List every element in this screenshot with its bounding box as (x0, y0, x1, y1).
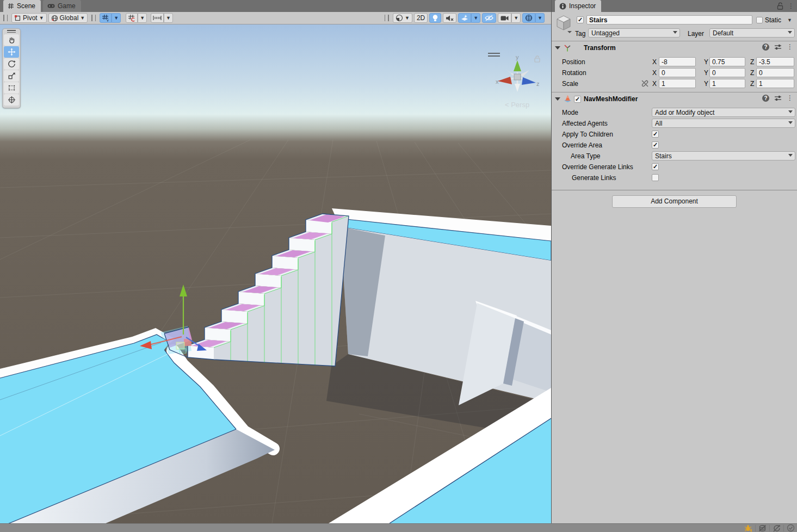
camera-settings-dropdown[interactable]: ▼ (511, 13, 521, 23)
rotation-x-field[interactable]: 0 (659, 68, 696, 77)
kebab-menu-icon[interactable]: ⋮ (787, 44, 793, 51)
generate-links-checkbox[interactable] (652, 174, 659, 181)
rotation-label: Rotation (562, 69, 586, 77)
2d-toggle-button[interactable]: 2D (414, 13, 428, 23)
snap-icon (128, 14, 135, 22)
scale-z-field[interactable]: 1 (756, 79, 794, 88)
progress-check-icon[interactable] (787, 524, 795, 532)
unlock-icon[interactable] (777, 2, 783, 10)
scene-viewport[interactable]: y x z < Persp (0, 24, 551, 523)
gizmo-center-cube[interactable] (514, 74, 521, 80)
transform-component-icon (563, 44, 572, 52)
static-label: Static (765, 16, 781, 24)
grid-icon (8, 3, 14, 9)
gizmos-dropdown[interactable]: ▼ (535, 13, 545, 23)
kebab-menu-icon[interactable]: ⋮ (788, 3, 794, 10)
gizmo-plane-handle[interactable] (176, 342, 184, 349)
axis-x-label: x (496, 78, 499, 85)
light-icon (432, 14, 438, 22)
mode-dropdown[interactable]: Add or Modify object (652, 108, 795, 117)
grid-visibility-button[interactable]: Y (100, 13, 112, 23)
affected-agents-dropdown[interactable]: All (652, 119, 795, 128)
position-y-field[interactable]: 0.75 (709, 57, 745, 66)
tab-game[interactable]: Game (43, 0, 81, 12)
draw-mode-button[interactable]: ▼ (393, 13, 412, 23)
tag-dropdown[interactable]: Untagged (588, 28, 680, 38)
shaded-view-icon (396, 14, 403, 22)
kebab-menu-icon[interactable]: ⋮ (787, 95, 793, 102)
tab-inspector[interactable]: Inspector (555, 0, 601, 12)
scene-audio-button[interactable] (443, 13, 456, 23)
rotation-z-field[interactable]: 0 (756, 68, 794, 77)
override-generate-links-checkbox[interactable]: ✓ (652, 163, 659, 170)
scale-x-field[interactable]: 1 (659, 79, 696, 88)
toolbar-drag-handle[interactable] (3, 15, 8, 21)
tools-drag-handle[interactable] (3, 29, 20, 34)
layer-value: Default (713, 29, 733, 37)
2d-label: 2D (417, 14, 425, 22)
camera-settings-button[interactable] (498, 13, 511, 23)
hand-icon (8, 36, 16, 44)
snap-increment-dropdown[interactable]: ▼ (138, 13, 147, 23)
tab-scene[interactable]: Scene (3, 0, 41, 12)
override-area-checkbox[interactable]: ✓ (652, 141, 659, 149)
gameobject-name-field[interactable]: Stairs (586, 15, 752, 24)
effects-button[interactable] (458, 13, 471, 23)
axis-z-label: z (536, 81, 540, 87)
effects-dropdown[interactable]: ▼ (471, 13, 480, 23)
pivot-icon (14, 15, 21, 22)
area-type-dropdown[interactable]: Stairs (652, 151, 795, 160)
collab-refresh-icon[interactable] (773, 524, 781, 532)
scale-y-field[interactable]: 1 (709, 79, 745, 88)
position-z-field[interactable]: -3.5 (756, 57, 794, 66)
add-component-button[interactable]: Add Component (612, 195, 737, 208)
constrain-proportions-icon[interactable] (641, 79, 649, 88)
ruler-button[interactable] (151, 13, 164, 23)
hand-tool-button[interactable] (4, 34, 19, 46)
navmeshmodifier-enabled-checkbox[interactable]: ✓ (574, 96, 581, 103)
rotation-y-field[interactable]: 0 (709, 68, 745, 77)
transform-tool-button[interactable] (4, 94, 19, 106)
help-icon[interactable]: ? (762, 95, 769, 102)
cache-server-icon[interactable] (758, 524, 767, 532)
transform-foldout[interactable] (555, 46, 560, 50)
static-checkbox[interactable] (756, 17, 763, 23)
position-x-field[interactable]: -8 (659, 57, 696, 66)
rotate-tool-button[interactable] (4, 58, 19, 70)
grid-visibility-dropdown[interactable]: ▼ (112, 13, 121, 23)
apply-to-children-checkbox[interactable]: ✓ (652, 131, 659, 138)
toolbar-drag-handle[interactable] (91, 15, 96, 21)
gameobject-cube-icon[interactable] (555, 15, 572, 33)
layer-dropdown[interactable]: Default (709, 28, 795, 38)
presets-icon[interactable] (774, 95, 782, 102)
chevron-down-icon: ▼ (140, 16, 145, 21)
static-dropdown-icon[interactable]: ▼ (787, 18, 792, 23)
svg-text:Y: Y (107, 19, 109, 22)
area-type-label: Area Type (571, 152, 600, 160)
inspector-panel: Inspector ⋮ ✓ Stairs Static ▼ Tag Untagg… (551, 0, 797, 523)
ruler-dropdown[interactable]: ▼ (164, 13, 173, 23)
help-icon[interactable]: ? (762, 44, 769, 51)
gamepad-icon (47, 3, 55, 9)
navmeshmodifier-foldout[interactable] (555, 97, 560, 101)
layer-label: Layer (688, 30, 704, 38)
gameobject-active-checkbox[interactable]: ✓ (577, 16, 584, 23)
scene-lighting-button[interactable] (429, 13, 441, 23)
x-axis-label: X (652, 58, 657, 66)
snap-increment-button[interactable] (126, 13, 138, 23)
presets-icon[interactable] (774, 44, 782, 51)
global-toggle-button[interactable]: Global ▼ (48, 13, 88, 23)
affected-agents-label: Affected Agents (562, 120, 608, 127)
scale-tool-button[interactable] (4, 70, 19, 82)
x-axis-label: X (652, 69, 657, 77)
gizmos-button[interactable] (522, 13, 535, 23)
toolbar-drag-handle[interactable] (385, 15, 389, 21)
pivot-toggle-button[interactable]: Pivot ▼ (11, 13, 47, 23)
debugger-bug-icon[interactable] (744, 524, 752, 532)
rect-tool-button[interactable] (4, 82, 19, 94)
scale-label: Scale (562, 80, 578, 88)
move-tool-button[interactable] (4, 46, 19, 58)
perspective-label[interactable]: < Persp (505, 101, 529, 109)
hidden-objects-button[interactable] (482, 13, 496, 23)
status-bar (0, 523, 797, 532)
